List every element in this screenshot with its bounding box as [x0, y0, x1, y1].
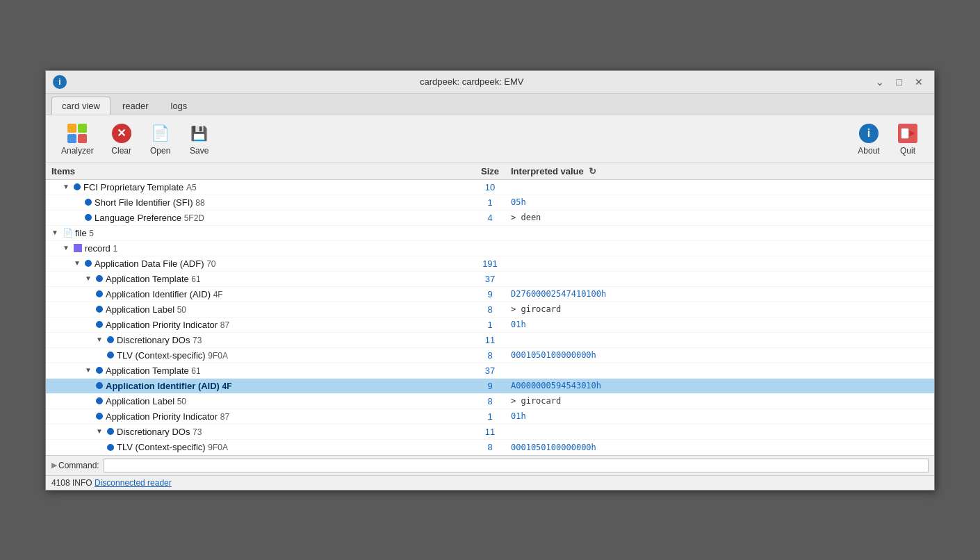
node-icon — [96, 290, 103, 297]
node-icon — [107, 352, 114, 359]
table-row[interactable]: Application Priority Indicator 87 1 01h — [46, 318, 934, 333]
item-name-text: Application Identifier (AID) 4F — [106, 381, 232, 391]
item-name-text: Short File Identifier (SFI) 88 — [95, 197, 205, 208]
about-icon: i — [858, 122, 880, 145]
table-row[interactable]: ▼ Application Template 61 37 — [46, 272, 934, 287]
col-items: Items — [51, 166, 469, 176]
item-size: 11 — [469, 427, 511, 437]
item-size: 37 — [469, 274, 511, 284]
node-icon — [107, 336, 114, 343]
open-label: Open — [150, 146, 170, 156]
item-name-text: record 1 — [85, 243, 117, 254]
status-message[interactable]: Disconnected reader — [95, 478, 172, 488]
minimize-button[interactable]: ⌄ — [872, 75, 888, 89]
table-row[interactable]: TLV (Context-specific) 9F0A 8 0001050100… — [46, 440, 934, 455]
open-button[interactable]: 📄 Open — [141, 120, 180, 158]
app-icon: i — [53, 75, 67, 89]
node-icon — [107, 428, 114, 435]
item-name-text: Application Template 61 — [106, 365, 201, 376]
node-icon — [85, 199, 92, 206]
col-value: Interpreted value ↻ — [511, 166, 929, 176]
save-button[interactable]: 💾 Save — [180, 120, 219, 158]
table-row[interactable]: Application Identifier (AID) 4F 9 D27600… — [46, 287, 934, 302]
item-value: > deen — [511, 213, 929, 222]
item-value: 01h — [511, 320, 929, 329]
toolbar: Analyzer ✕ Clear 📄 Open 💾 Save i About — [46, 115, 934, 163]
content-area: Items Size Interpreted value ↻ ▼ FCI Pro… — [46, 163, 934, 455]
item-size: 191 — [469, 258, 511, 269]
item-value: > girocard — [511, 396, 929, 406]
item-size: 1 — [469, 320, 511, 330]
about-label: About — [858, 146, 879, 156]
table-row[interactable]: ▼ Application Data File (ADF) 70 191 — [46, 256, 934, 272]
command-bar: ▶ Command: — [46, 455, 934, 475]
tab-bar: card view reader logs — [46, 94, 934, 115]
chevron-icon[interactable]: ▼ — [85, 366, 93, 374]
clear-label: Clear — [111, 146, 131, 156]
chevron-icon[interactable]: ▼ — [96, 336, 104, 344]
command-input[interactable] — [104, 459, 929, 472]
chevron-icon[interactable]: ▼ — [96, 427, 104, 436]
table-row[interactable]: Application Priority Indicator 87 1 01h — [46, 409, 934, 425]
table-row[interactable]: Application Identifier (AID) 4F 9 A00000… — [46, 379, 934, 394]
table-row[interactable]: ▼ record 1 — [46, 241, 934, 256]
item-name-text: Application Data File (ADF) 70 — [95, 258, 215, 269]
item-size: 9 — [469, 381, 511, 391]
analyzer-button[interactable]: Analyzer — [53, 120, 102, 158]
chevron-icon[interactable]: ▼ — [51, 229, 60, 237]
item-value: 0001050100000000h — [511, 350, 929, 360]
status-bar: 4108 INFO Disconnected reader — [46, 475, 934, 490]
table-row[interactable]: Language Preference 5F2D 4 > deen — [46, 211, 934, 226]
table-row[interactable]: ▼ 📄 file 5 — [46, 226, 934, 241]
chevron-icon[interactable]: ▼ — [74, 259, 82, 267]
title-bar: i cardpeek: cardpeek: EMV ⌄ □ ✕ — [46, 71, 934, 94]
node-icon — [74, 183, 81, 190]
table-row[interactable]: ▼ Discretionary DOs 73 11 — [46, 333, 934, 348]
table-row[interactable]: TLV (Context-specific) 9F0A 8 0001050100… — [46, 348, 934, 363]
analyzer-icon — [66, 122, 88, 145]
table-row[interactable]: Short File Identifier (SFI) 88 1 05h — [46, 195, 934, 211]
node-icon — [96, 382, 103, 389]
table-row[interactable]: ▼ Application Template 61 37 — [46, 363, 934, 379]
table-row[interactable]: ▼ FCI Proprietary Template A5 10 — [46, 180, 934, 195]
tab-reader[interactable]: reader — [112, 97, 159, 115]
item-name-text: TLV (Context-specific) 9F0A — [117, 350, 228, 361]
chevron-icon[interactable]: ▼ — [85, 274, 93, 283]
quit-label: Quit — [900, 146, 915, 156]
clear-icon: ✕ — [111, 122, 133, 145]
about-button[interactable]: i About — [849, 120, 888, 158]
item-size: 4 — [469, 213, 511, 223]
item-size: 1 — [469, 197, 511, 208]
clear-button[interactable]: ✕ Clear — [102, 120, 141, 158]
chevron-icon[interactable]: ▼ — [63, 183, 71, 191]
table-row[interactable]: Application Label 50 8 > girocard — [46, 394, 934, 409]
item-name-text: Discretionary DOs 73 — [117, 427, 202, 437]
tab-logs[interactable]: logs — [161, 97, 198, 115]
maximize-button[interactable]: □ — [892, 75, 906, 89]
close-button[interactable]: ✕ — [910, 75, 927, 89]
item-value: > girocard — [511, 304, 929, 314]
quit-button[interactable]: Quit — [888, 120, 927, 158]
file-icon: 📄 — [63, 228, 72, 238]
item-name-text: FCI Proprietary Template A5 — [83, 182, 197, 192]
status-level: INFO — [72, 478, 95, 488]
tab-card-view[interactable]: card view — [51, 97, 111, 115]
node-icon — [96, 275, 103, 282]
refresh-icon[interactable]: ↻ — [589, 166, 596, 176]
item-size: 37 — [469, 365, 511, 376]
node-icon — [96, 413, 103, 420]
window-controls: ⌄ □ ✕ — [872, 75, 927, 89]
item-size: 1 — [469, 411, 511, 422]
item-name-text: Application Priority Indicator 87 — [106, 320, 229, 330]
table-body[interactable]: ▼ FCI Proprietary Template A5 10 Short F… — [46, 180, 934, 455]
node-icon — [96, 306, 103, 313]
table-row[interactable]: Application Label 50 8 > girocard — [46, 302, 934, 318]
status-code: 4108 — [51, 478, 72, 488]
table-row[interactable]: ▼ Discretionary DOs 73 11 — [46, 425, 934, 440]
item-size: 8 — [469, 350, 511, 361]
node-icon — [96, 397, 103, 404]
col-size: Size — [469, 166, 511, 176]
save-label: Save — [190, 146, 209, 156]
node-icon — [96, 321, 103, 328]
chevron-icon[interactable]: ▼ — [63, 244, 71, 252]
